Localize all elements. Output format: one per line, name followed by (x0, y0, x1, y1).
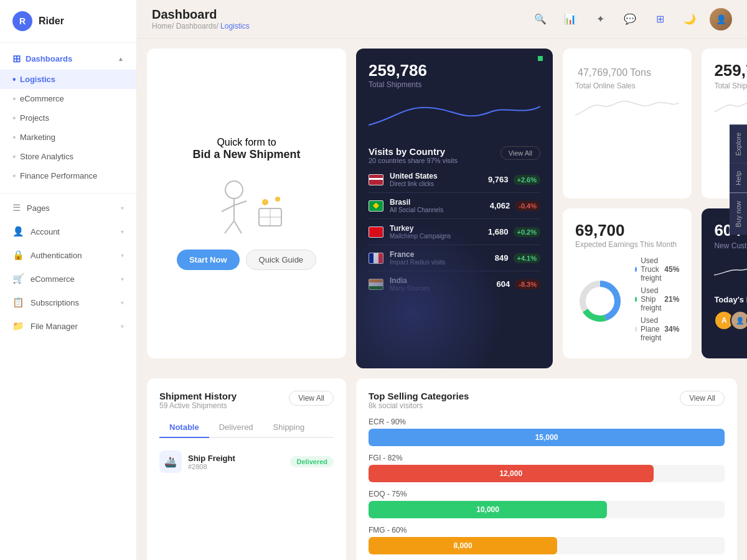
bar-fill-fgi: 12,000 (369, 465, 654, 482)
tab-delivered[interactable]: Delivered (209, 418, 263, 438)
bid-illustration (203, 171, 290, 240)
br-name: Brasil (390, 198, 490, 207)
start-now-button[interactable]: Start Now (177, 250, 240, 270)
visits-view-all-button[interactable]: View All (500, 146, 540, 160)
customers-sparkline (714, 250, 747, 287)
donut-chart (575, 276, 625, 326)
subscriptions-label: Subscriptions (31, 298, 79, 307)
chart-icon[interactable]: 📊 (560, 9, 580, 29)
help-tab[interactable]: Help (730, 163, 747, 193)
fr-info: France Impact Radius visits (390, 250, 495, 266)
ship-info: Ship Freight #2808 (188, 454, 290, 470)
tr-info: Turkey Mailchimp Campaigns (390, 224, 488, 240)
shipment-view-all-button[interactable]: View All (289, 391, 334, 406)
in-change: -8.3% (515, 279, 540, 289)
svg-point-0 (225, 181, 243, 198)
theme-icon[interactable]: 🌙 (680, 9, 700, 29)
tr-source: Mailchimp Campaigns (390, 233, 488, 240)
chevron-down-icon-5: ▾ (121, 299, 124, 306)
top-selling-card: Top Selling Categories 8k social visitor… (356, 378, 737, 560)
sidebar-item-ecommerce-nav[interactable]: 🛒 eCommerce ▾ (0, 267, 136, 291)
legend-ship: Used Ship freight 21% (635, 286, 679, 312)
in-flag (369, 279, 383, 290)
bar-fmg: FMG - 60% 8,000 (369, 526, 725, 554)
tr-visits: 1,680 (488, 227, 509, 236)
us-info: United States Direct link clicks (390, 172, 488, 187)
sidebar-item-pages[interactable]: ☰ Pages ▾ (0, 196, 136, 220)
bar-fgi: FGI - 82% 12,000 (369, 454, 725, 482)
total-sales-label: Total Online Sales (575, 82, 679, 90)
divider (0, 193, 136, 194)
breadcrumb-home: Home/ (152, 22, 174, 30)
account-icon: 👤 (12, 226, 24, 237)
sidebar-item-projects[interactable]: Projects (0, 108, 136, 128)
pages-icon: ☰ (12, 202, 21, 213)
grid-icon[interactable]: ⊞ (650, 9, 670, 29)
sidebar-item-auth[interactable]: 🔒 Authentication ▾ (0, 243, 136, 267)
tab-shipping[interactable]: Shipping (263, 418, 315, 438)
dark-shipments-label: Total Shipments (369, 80, 540, 89)
chevron-down-icon-2: ▾ (121, 228, 124, 235)
total-shipments-number: 259,786 (714, 61, 747, 80)
quick-guide-button[interactable]: Quick Guide (246, 250, 317, 270)
user-avatar[interactable]: 👤 (710, 8, 732, 30)
br-change: -0.4% (515, 201, 540, 211)
br-visits: 4,062 (490, 201, 510, 210)
dashboards-group[interactable]: ⊞ Dashboards ▲ (0, 48, 136, 70)
shipment-item: 🚢 Ship Freight #2808 Delivered (159, 446, 334, 478)
sidebar-item-store-analytics[interactable]: Store Analytics (0, 147, 136, 166)
header: Dashboard Home/ Dashboards/ Logistics 🔍 … (137, 0, 747, 39)
shipments-sparkline (714, 90, 747, 128)
country-row-fr: France Impact Radius visits 849 +4.1% (369, 245, 540, 271)
search-icon[interactable]: 🔍 (530, 9, 550, 29)
country-row-us: United States Direct link clicks 9,763 +… (369, 167, 540, 193)
ecommerce-icon: 🛒 (12, 273, 24, 284)
fr-visits: 849 (495, 253, 509, 263)
chevron-down-icon-4: ▾ (121, 276, 124, 282)
avatar-s: 👤 (730, 310, 747, 330)
selling-view-all-button[interactable]: View All (680, 391, 725, 406)
earnings-card: 69,700 Expected Earnings This Month (563, 208, 692, 358)
selling-title: Top Selling Categories (369, 391, 469, 401)
subscriptions-icon: 📋 (12, 297, 24, 308)
account-label: Account (31, 227, 60, 236)
filemanager-label: File Manager (31, 322, 78, 331)
sidebar-item-account[interactable]: 👤 Account ▾ (0, 220, 136, 243)
bar-fill-fmg: 8,000 (369, 537, 557, 554)
bid-shipment-card: Quick form to Bid a New Shipment (147, 49, 346, 358)
header-title-area: Dashboard Home/ Dashboards/ Logistics (152, 7, 250, 30)
fr-source: Impact Radius visits (390, 259, 495, 266)
main-content: Dashboard Home/ Dashboards/ Logistics 🔍 … (137, 0, 747, 560)
auth-label: Authentication (31, 251, 82, 260)
explore-tab[interactable]: Explore (730, 124, 747, 163)
online-indicator (538, 56, 543, 61)
avatar-placeholder: 👤 (716, 14, 726, 24)
dark-shipments-num: 259,786 (369, 61, 540, 80)
settings-icon[interactable]: ✦ (590, 9, 610, 29)
chevron-down-icon-6: ▾ (121, 323, 124, 330)
today-heroes: Today's Heroes A 👤 S R P +42 (714, 295, 747, 330)
sidebar-item-logistics[interactable]: Logistics (0, 70, 136, 89)
us-visits: 9,763 (488, 175, 509, 184)
pages-label: Pages (27, 203, 50, 213)
sidebar-item-marketing[interactable]: Marketing (0, 128, 136, 147)
sidebar-item-filemanager[interactable]: 📁 File Manager ▾ (0, 314, 136, 338)
tab-notable[interactable]: Notable (159, 418, 209, 438)
tr-change: +0.2% (514, 227, 541, 237)
shipment-history-card: Shipment History 59 Active Shipments Vie… (147, 378, 346, 560)
sidebar-item-finance[interactable]: Finance Performance (0, 166, 136, 185)
svg-line-4 (225, 221, 234, 233)
sidebar-item-ecommerce[interactable]: eCommerce (0, 89, 136, 108)
svg-line-3 (234, 201, 247, 205)
logo[interactable]: R Rider (0, 0, 136, 43)
bar-fill-ecr: 15,000 (369, 429, 725, 446)
svg-point-9 (262, 199, 268, 205)
sidebar-item-subscriptions[interactable]: 📋 Subscriptions ▾ (0, 291, 136, 314)
buy-now-tab[interactable]: Buy now (730, 193, 747, 235)
selling-header: Top Selling Categories 8k social visitor… (369, 391, 725, 410)
visits-section: Visits by Country 20 countries share 97%… (369, 146, 540, 297)
side-tabs: Explore Help Buy now (730, 124, 747, 235)
messages-icon[interactable]: 💬 (620, 9, 640, 29)
in-name: India (390, 276, 497, 285)
us-flag (369, 174, 383, 185)
